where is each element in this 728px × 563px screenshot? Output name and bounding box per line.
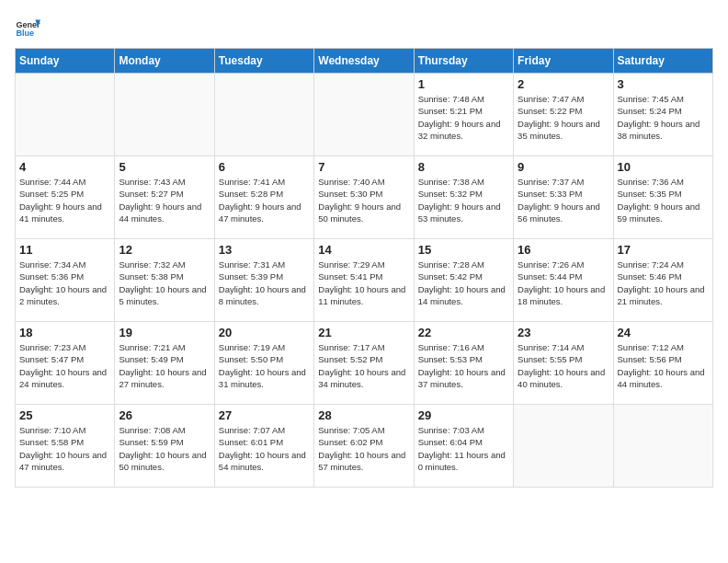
calendar-cell: 14Sunrise: 7:29 AM Sunset: 5:41 PM Dayli… <box>314 239 414 322</box>
day-number: 27 <box>219 408 310 422</box>
weekday-header-monday: Monday <box>115 49 214 74</box>
day-info: Sunrise: 7:45 AM Sunset: 5:24 PM Dayligh… <box>618 93 709 142</box>
calendar-cell: 6Sunrise: 7:41 AM Sunset: 5:28 PM Daylig… <box>214 156 313 239</box>
day-info: Sunrise: 7:38 AM Sunset: 5:32 PM Dayligh… <box>418 176 509 224</box>
calendar-cell: 5Sunrise: 7:43 AM Sunset: 5:27 PM Daylig… <box>115 156 214 239</box>
day-number: 14 <box>318 243 409 257</box>
calendar-cell: 17Sunrise: 7:24 AM Sunset: 5:46 PM Dayli… <box>613 239 712 322</box>
calendar-week-row: 18Sunrise: 7:23 AM Sunset: 5:47 PM Dayli… <box>16 322 713 405</box>
svg-text:Blue: Blue <box>16 29 34 38</box>
calendar-cell: 15Sunrise: 7:28 AM Sunset: 5:42 PM Dayli… <box>414 239 513 322</box>
day-info: Sunrise: 7:21 AM Sunset: 5:49 PM Dayligh… <box>119 341 210 390</box>
calendar-cell: 26Sunrise: 7:08 AM Sunset: 5:59 PM Dayli… <box>115 405 214 488</box>
calendar-cell: 18Sunrise: 7:23 AM Sunset: 5:47 PM Dayli… <box>16 322 115 405</box>
calendar-cell: 3Sunrise: 7:45 AM Sunset: 5:24 PM Daylig… <box>613 74 712 156</box>
logo-icon: General Blue <box>15 15 40 40</box>
day-info: Sunrise: 7:44 AM Sunset: 5:25 PM Dayligh… <box>19 176 110 224</box>
day-info: Sunrise: 7:41 AM Sunset: 5:28 PM Dayligh… <box>219 176 310 224</box>
day-number: 10 <box>618 160 709 174</box>
day-info: Sunrise: 7:03 AM Sunset: 6:04 PM Dayligh… <box>418 424 509 473</box>
day-number: 12 <box>119 243 210 257</box>
day-info: Sunrise: 7:37 AM Sunset: 5:33 PM Dayligh… <box>518 176 609 224</box>
day-info: Sunrise: 7:32 AM Sunset: 5:38 PM Dayligh… <box>119 259 210 307</box>
day-number: 26 <box>119 408 210 422</box>
page-header: General Blue <box>15 15 713 40</box>
day-info: Sunrise: 7:26 AM Sunset: 5:44 PM Dayligh… <box>518 259 609 307</box>
weekday-header-thursday: Thursday <box>414 49 513 74</box>
weekday-header-row: SundayMondayTuesdayWednesdayThursdayFrid… <box>16 49 713 74</box>
calendar-cell: 2Sunrise: 7:47 AM Sunset: 5:22 PM Daylig… <box>514 74 613 156</box>
day-info: Sunrise: 7:17 AM Sunset: 5:52 PM Dayligh… <box>318 341 409 390</box>
day-number: 15 <box>418 243 509 257</box>
day-info: Sunrise: 7:05 AM Sunset: 6:02 PM Dayligh… <box>318 424 409 473</box>
calendar-cell: 22Sunrise: 7:16 AM Sunset: 5:53 PM Dayli… <box>414 322 513 405</box>
day-info: Sunrise: 7:24 AM Sunset: 5:46 PM Dayligh… <box>618 259 709 307</box>
day-number: 4 <box>19 160 110 174</box>
day-info: Sunrise: 7:23 AM Sunset: 5:47 PM Dayligh… <box>19 341 110 390</box>
day-info: Sunrise: 7:08 AM Sunset: 5:59 PM Dayligh… <box>119 424 210 473</box>
day-info: Sunrise: 7:14 AM Sunset: 5:55 PM Dayligh… <box>518 341 609 390</box>
calendar-cell: 16Sunrise: 7:26 AM Sunset: 5:44 PM Dayli… <box>514 239 613 322</box>
weekday-header-tuesday: Tuesday <box>214 49 313 74</box>
weekday-header-friday: Friday <box>514 49 613 74</box>
calendar-cell <box>115 74 214 156</box>
calendar-week-row: 4Sunrise: 7:44 AM Sunset: 5:25 PM Daylig… <box>16 156 713 239</box>
day-info: Sunrise: 7:29 AM Sunset: 5:41 PM Dayligh… <box>318 259 409 307</box>
calendar-cell <box>16 74 115 156</box>
day-info: Sunrise: 7:16 AM Sunset: 5:53 PM Dayligh… <box>418 341 509 390</box>
calendar-cell <box>514 405 613 488</box>
day-number: 28 <box>318 408 409 422</box>
calendar-cell: 25Sunrise: 7:10 AM Sunset: 5:58 PM Dayli… <box>16 405 115 488</box>
day-number: 3 <box>618 77 709 91</box>
day-info: Sunrise: 7:19 AM Sunset: 5:50 PM Dayligh… <box>219 341 310 390</box>
calendar-cell <box>214 74 313 156</box>
calendar-week-row: 1Sunrise: 7:48 AM Sunset: 5:21 PM Daylig… <box>16 74 713 156</box>
day-number: 20 <box>219 326 310 339</box>
calendar-cell: 13Sunrise: 7:31 AM Sunset: 5:39 PM Dayli… <box>214 239 313 322</box>
day-number: 6 <box>219 160 310 174</box>
weekday-header-saturday: Saturday <box>613 49 712 74</box>
calendar-cell: 29Sunrise: 7:03 AM Sunset: 6:04 PM Dayli… <box>414 405 513 488</box>
day-number: 16 <box>518 243 609 257</box>
day-number: 24 <box>618 326 709 339</box>
day-number: 9 <box>518 160 609 174</box>
calendar-cell: 21Sunrise: 7:17 AM Sunset: 5:52 PM Dayli… <box>314 322 414 405</box>
calendar-cell: 19Sunrise: 7:21 AM Sunset: 5:49 PM Dayli… <box>115 322 214 405</box>
day-info: Sunrise: 7:10 AM Sunset: 5:58 PM Dayligh… <box>19 424 110 473</box>
day-number: 5 <box>119 160 210 174</box>
weekday-header-sunday: Sunday <box>16 49 115 74</box>
calendar-cell: 11Sunrise: 7:34 AM Sunset: 5:36 PM Dayli… <box>16 239 115 322</box>
day-number: 17 <box>618 243 709 257</box>
day-number: 8 <box>418 160 509 174</box>
day-number: 2 <box>518 77 609 91</box>
calendar-week-row: 25Sunrise: 7:10 AM Sunset: 5:58 PM Dayli… <box>16 405 713 488</box>
calendar-cell: 4Sunrise: 7:44 AM Sunset: 5:25 PM Daylig… <box>16 156 115 239</box>
day-number: 19 <box>119 326 210 339</box>
calendar-cell: 24Sunrise: 7:12 AM Sunset: 5:56 PM Dayli… <box>613 322 712 405</box>
day-number: 7 <box>318 160 409 174</box>
day-number: 13 <box>219 243 310 257</box>
calendar-cell: 1Sunrise: 7:48 AM Sunset: 5:21 PM Daylig… <box>414 74 513 156</box>
calendar-cell: 7Sunrise: 7:40 AM Sunset: 5:30 PM Daylig… <box>314 156 414 239</box>
day-number: 18 <box>19 326 110 339</box>
calendar-cell <box>314 74 414 156</box>
day-info: Sunrise: 7:40 AM Sunset: 5:30 PM Dayligh… <box>318 176 409 224</box>
day-info: Sunrise: 7:47 AM Sunset: 5:22 PM Dayligh… <box>518 93 609 142</box>
calendar-cell: 12Sunrise: 7:32 AM Sunset: 5:38 PM Dayli… <box>115 239 214 322</box>
calendar-cell: 9Sunrise: 7:37 AM Sunset: 5:33 PM Daylig… <box>514 156 613 239</box>
logo: General Blue <box>15 15 44 40</box>
day-info: Sunrise: 7:07 AM Sunset: 6:01 PM Dayligh… <box>219 424 310 473</box>
calendar-cell: 28Sunrise: 7:05 AM Sunset: 6:02 PM Dayli… <box>314 405 414 488</box>
day-info: Sunrise: 7:34 AM Sunset: 5:36 PM Dayligh… <box>19 259 110 307</box>
calendar-table: SundayMondayTuesdayWednesdayThursdayFrid… <box>15 48 713 488</box>
day-info: Sunrise: 7:31 AM Sunset: 5:39 PM Dayligh… <box>219 259 310 307</box>
calendar-week-row: 11Sunrise: 7:34 AM Sunset: 5:36 PM Dayli… <box>16 239 713 322</box>
day-info: Sunrise: 7:48 AM Sunset: 5:21 PM Dayligh… <box>418 93 509 142</box>
day-number: 21 <box>318 326 409 339</box>
calendar-cell: 23Sunrise: 7:14 AM Sunset: 5:55 PM Dayli… <box>514 322 613 405</box>
day-info: Sunrise: 7:36 AM Sunset: 5:35 PM Dayligh… <box>618 176 709 224</box>
day-number: 22 <box>418 326 509 339</box>
day-number: 11 <box>19 243 110 257</box>
calendar-cell: 20Sunrise: 7:19 AM Sunset: 5:50 PM Dayli… <box>214 322 313 405</box>
day-info: Sunrise: 7:12 AM Sunset: 5:56 PM Dayligh… <box>618 341 709 390</box>
